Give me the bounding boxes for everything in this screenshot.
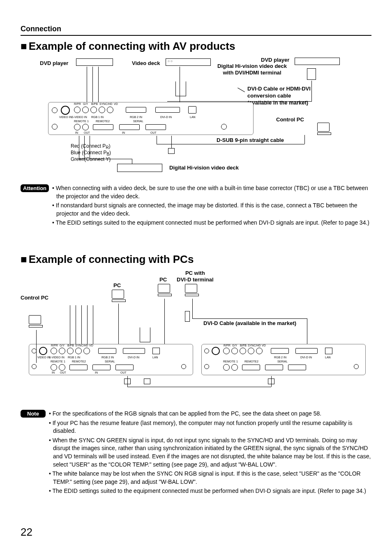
- port-gy: G/Y: [83, 102, 88, 105]
- port-remote2: REMOTE2: [96, 120, 110, 123]
- port-bpb: B/PB: [91, 102, 98, 105]
- s2-bullet-3: • The white balance may be lost when the…: [49, 470, 371, 486]
- label-control-pc-2: Control PC: [21, 295, 48, 301]
- page-number: 22: [21, 526, 32, 539]
- section-1-title: ■ Example of connecting with AV products: [21, 40, 371, 53]
- square-bullet-icon-2: ■: [21, 253, 27, 266]
- pc-icon: [317, 123, 331, 135]
- port-remote1: REMOTE 1: [74, 120, 89, 123]
- label-pc1: PC: [113, 282, 121, 288]
- section-2-title: ■ Example of connecting with PCs: [21, 253, 371, 266]
- label-dvd-player: DVD player: [40, 60, 68, 66]
- breadcrumb: Connection: [21, 25, 371, 33]
- leader-line: [238, 88, 245, 92]
- s2-bullet-0: • For the specifications of the RGB sign…: [49, 410, 371, 418]
- label-pc-dvid: PC with DVI-D terminal: [177, 270, 214, 283]
- label-dvid-cable-2: DVI-D Cable (available in the market): [203, 320, 296, 326]
- video-deck-box: ○ ○: [166, 58, 211, 66]
- label-video-deck: Video deck: [132, 60, 160, 66]
- label-dvd-player-2: DVD player: [261, 57, 289, 63]
- dvi-hdmi-deck-box: [295, 58, 340, 65]
- diagram-pcs: Control PC PC PC PC with DVI-D terminal …: [21, 270, 374, 402]
- s2-bullet-1: • If your PC has the resume feature (las…: [49, 419, 371, 435]
- label-hivision-dvi: Digital Hi-vision video deck with DVI/HD…: [217, 63, 287, 76]
- dvi-plug-icon: [307, 68, 316, 80]
- port-dvid: DVI-D IN: [160, 116, 172, 118]
- dvd-player-box: [76, 58, 113, 66]
- port-vd: VD: [114, 102, 118, 105]
- s1-bullet-1: • If nonstandard burst signals are conne…: [52, 202, 371, 218]
- note-badge: Note: [21, 410, 46, 418]
- label-digital-hivision: Digital Hi-vision video deck: [169, 165, 239, 171]
- pc-icon-control: [29, 315, 43, 327]
- label-dsub9: D-SUB 9-pin straight cable: [217, 137, 284, 143]
- pc-icon-2: [158, 284, 172, 296]
- diagram-av-products: DVD player Video deck ○ ○ DVD player Dig…: [32, 57, 360, 180]
- pc-icon-dvid: [185, 284, 199, 296]
- note-block: Note • For the specifications of the RGB…: [21, 410, 371, 497]
- pc-icon-1: [112, 290, 126, 302]
- attention-badge: Attention: [21, 184, 49, 192]
- port-rgb2: RGB 2 IN: [130, 116, 142, 118]
- section-1-text: Example of connecting with AV products: [29, 40, 235, 53]
- port-in1: IN: [75, 131, 78, 134]
- port-synchd: SYNC/HD: [99, 102, 113, 105]
- label-pc2: PC: [159, 276, 167, 283]
- label-blue: Blue (Connect PB): [71, 150, 111, 156]
- port-lan: LAN: [190, 116, 196, 118]
- label-control-pc: Control PC: [276, 116, 304, 123]
- s2-bullet-4: • The EDID settings suited to the equipm…: [49, 487, 371, 495]
- projector-panel-b: R/PR G/Y B/PB SYNC/HD VD RGB 2 IN DVI-D …: [201, 344, 366, 375]
- square-bullet-icon: ■: [21, 40, 27, 53]
- port-serial: SERIAL: [133, 120, 143, 123]
- port-svideo: S-VIDEO IN: [71, 116, 87, 118]
- section-2-text: Example of connecting with PCs: [29, 253, 194, 266]
- s1-bullet-2: • The EDID settings suited to the equipm…: [52, 219, 371, 227]
- s1-bullet-0: • When connecting with a video deck, be …: [52, 184, 371, 200]
- rule: [21, 35, 371, 36]
- label-red: Red (Connect PR): [71, 143, 111, 150]
- port-rpr: R/PR: [74, 102, 81, 105]
- label-green: Green(Connect Y): [71, 156, 111, 162]
- projector-panel: R/PR G/Y B/PB SYNC/HD VD VIDEO IN S-VIDE…: [48, 102, 254, 135]
- port-rgb1: RGB 1 IN: [91, 116, 104, 118]
- port-out2: OUT: [150, 131, 157, 134]
- digital-hivision-deck-box: [117, 164, 162, 172]
- port-in2: IN: [122, 131, 125, 134]
- label-dvid-cable: DVI-D Cable or HDMI-DVI conversion cable…: [247, 86, 311, 107]
- projector-panel-a: R/PR G/Y B/PB SYNC/HD VD VIDEO IN S-VIDE…: [29, 344, 193, 375]
- port-out1: OUT: [84, 131, 90, 134]
- s2-bullet-2: • When the SYNC ON GREEN signal is input…: [49, 437, 371, 469]
- port-video: VIDEO IN: [59, 116, 72, 118]
- attention-block: Attention • When connecting with a video…: [21, 184, 371, 228]
